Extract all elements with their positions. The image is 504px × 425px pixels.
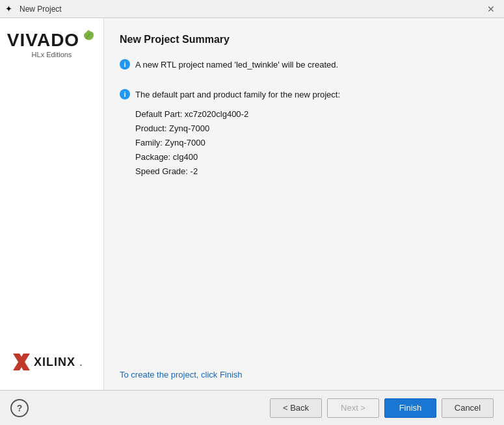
title-bar-icon: ✦	[5, 4, 16, 14]
finish-link[interactable]: To create the project, click Finish	[120, 370, 243, 380]
xilinx-dot: .	[79, 355, 83, 369]
title-bar-title: New Project	[20, 5, 483, 14]
page-title: New Project Summary	[120, 34, 488, 45]
vivado-text: VIVADO	[7, 31, 79, 49]
vivado-leaf-icon	[81, 29, 96, 44]
xilinx-icon	[13, 354, 30, 370]
dialog-body: VIVADO HLx Editions XILINX .	[0, 18, 504, 390]
detail-list: Default Part: xc7z020clg400-2 Product: Z…	[135, 107, 488, 179]
hlx-editions-text: HLx Editions	[32, 51, 72, 58]
sidebar: VIVADO HLx Editions XILINX .	[0, 18, 104, 390]
back-button[interactable]: < Back	[270, 398, 322, 418]
close-button[interactable]: ✕	[483, 3, 499, 16]
info-section-1: i A new RTL project named 'led_twinkle' …	[120, 58, 488, 78]
help-button[interactable]: ?	[10, 399, 29, 417]
info-row-2: i The default part and product family fo…	[120, 88, 488, 101]
cancel-button[interactable]: Cancel	[442, 398, 494, 418]
xilinx-text: XILINX	[34, 355, 75, 369]
xilinx-logo-area: XILINX .	[7, 347, 97, 377]
speed-grade: Speed Grade: -2	[135, 164, 488, 179]
family: Family: Zynq-7000	[135, 136, 488, 150]
info-row-1: i A new RTL project named 'led_twinkle' …	[120, 58, 488, 71]
content-area: New Project Summary i A new RTL project …	[104, 18, 504, 390]
bottom-link-area: To create the project, click Finish	[120, 357, 488, 380]
info-text-1: A new RTL project named 'led_twinkle' wi…	[135, 58, 338, 71]
info-icon-1: i	[120, 59, 130, 70]
default-part: Default Part: xc7z020clg400-2	[135, 107, 488, 122]
info-section-2: i The default part and product family fo…	[120, 88, 488, 179]
vivado-logo: VIVADO HLx Editions	[7, 31, 96, 58]
xilinx-logo: XILINX .	[13, 354, 83, 370]
finish-button[interactable]: Finish	[384, 398, 436, 418]
product: Product: Zynq-7000	[135, 122, 488, 136]
title-bar: ✦ New Project ✕	[0, 0, 504, 18]
next-button[interactable]: Next >	[327, 398, 379, 418]
info-text-2: The default part and product family for …	[135, 88, 340, 101]
package: Package: clg400	[135, 150, 488, 164]
info-icon-2: i	[120, 89, 130, 99]
footer: ? < Back Next > Finish Cancel	[0, 390, 504, 425]
